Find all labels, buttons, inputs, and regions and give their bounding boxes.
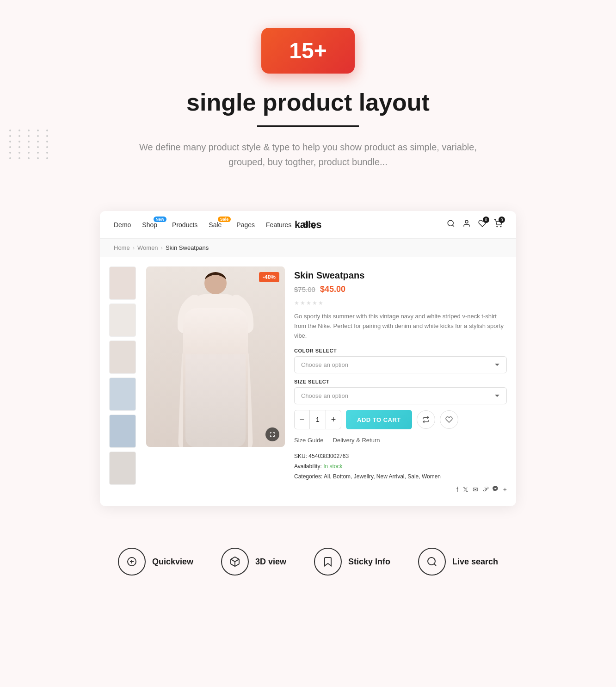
account-icon[interactable] xyxy=(462,219,471,230)
size-select[interactable]: Choose an option xyxy=(294,387,507,404)
cart-icon[interactable]: 0 xyxy=(494,219,502,230)
quantity-control: − + xyxy=(294,410,341,429)
wishlist-button[interactable] xyxy=(440,410,458,429)
product-svg xyxy=(146,266,285,447)
hero-title: single product layout xyxy=(9,88,607,116)
product-count-badge: 15+ xyxy=(261,28,354,74)
3d-view-label: 3D view xyxy=(255,557,286,567)
product-description: Go sporty this summer with this vintage … xyxy=(294,312,507,340)
features-section: Quickview 3D view Sticky Info Live searc… xyxy=(0,534,616,589)
quantity-input[interactable] xyxy=(309,410,326,429)
product-thumbnails xyxy=(109,266,137,497)
thumb-1[interactable] xyxy=(109,266,136,300)
expand-button[interactable] xyxy=(265,427,279,441)
thumb-4[interactable] xyxy=(109,378,136,411)
svg-line-14 xyxy=(434,564,436,566)
breadcrumb: Home › Women › Skin Sweatpans xyxy=(100,239,516,257)
live-search-icon xyxy=(418,548,446,576)
breadcrumb-current: Skin Sweatpans xyxy=(166,244,209,251)
messenger-share[interactable] xyxy=(492,485,499,493)
size-label: SIZE SELECT xyxy=(294,379,507,384)
availability-row: Availability: In stock xyxy=(294,462,507,472)
3d-view-icon xyxy=(221,548,249,576)
thumb-5[interactable] xyxy=(109,415,136,448)
hero-section: 15+ single product layout We define many… xyxy=(0,0,616,211)
wishlist-count: 0 xyxy=(483,217,489,223)
svg-point-2 xyxy=(465,220,468,223)
shop-new-badge: New xyxy=(154,217,167,222)
old-price: $75.00 xyxy=(294,285,315,293)
nav-products[interactable]: Products xyxy=(172,221,197,229)
add-to-cart-button[interactable]: ADD TO CART xyxy=(346,410,412,429)
navigation: Demo Shop New Products Sale Sale Pages F xyxy=(100,211,516,239)
svg-point-4 xyxy=(500,226,501,227)
svg-point-3 xyxy=(497,226,498,227)
breadcrumb-women[interactable]: Women xyxy=(137,244,158,251)
hero-subtitle: We define many product style & type to h… xyxy=(123,140,493,169)
title-underline xyxy=(257,125,359,127)
feature-3d-view: 3D view xyxy=(221,548,286,576)
feature-quickview: Quickview xyxy=(118,548,193,576)
thumb-6[interactable] xyxy=(109,452,136,485)
social-share: f 𝕏 ✉ 𝒫 + xyxy=(294,482,507,493)
nav-links: Demo Shop New Products Sale Sale Pages F xyxy=(114,221,315,229)
thumb-3[interactable] xyxy=(109,340,136,374)
sticky-info-label: Sticky Info xyxy=(348,557,390,567)
nav-demo[interactable]: Demo xyxy=(114,221,131,229)
nav-actions: 0 0 xyxy=(447,219,502,230)
breadcrumb-home[interactable]: Home xyxy=(114,244,130,251)
nav-features[interactable]: Features xyxy=(266,221,291,229)
size-guide-link[interactable]: Size Guide xyxy=(294,437,324,444)
search-icon[interactable] xyxy=(447,219,455,230)
new-price: $45.00 xyxy=(320,285,345,294)
product-main-image: -40% xyxy=(146,266,285,447)
thumb-2[interactable] xyxy=(109,303,136,337)
color-label: COLOR SELECT xyxy=(294,348,507,353)
sticky-info-icon xyxy=(314,548,342,576)
nav-pages[interactable]: Pages xyxy=(236,221,255,229)
svg-point-13 xyxy=(428,557,435,565)
sale-badge: Sale xyxy=(218,217,231,222)
price-row: $75.00 $45.00 xyxy=(294,285,507,294)
size-select-group: SIZE SELECT Choose an option xyxy=(294,379,507,410)
pinterest-share[interactable]: 𝒫 xyxy=(483,485,487,493)
product-links: Size Guide Delivery & Return xyxy=(294,437,507,444)
svg-rect-6 xyxy=(192,347,239,357)
color-select-group: COLOR SELECT Choose an option xyxy=(294,348,507,379)
quickview-icon xyxy=(118,548,146,576)
qty-increase-button[interactable]: + xyxy=(326,410,341,429)
twitter-share[interactable]: 𝕏 xyxy=(463,486,468,493)
cart-count: 0 xyxy=(499,217,505,223)
product-card: Demo Shop New Products Sale Sale Pages F xyxy=(100,211,516,506)
product-figure xyxy=(146,266,285,447)
product-meta: SKU: 4540383002763 Availability: In stoc… xyxy=(294,452,507,482)
quickview-label: Quickview xyxy=(152,557,193,567)
facebook-share[interactable]: f xyxy=(456,486,458,493)
email-share[interactable]: ✉ xyxy=(473,486,478,493)
svg-point-7 xyxy=(191,350,240,368)
product-info: Skin Sweatpans $75.00 $45.00 ★ ★ ★ ★ ★ G… xyxy=(294,266,507,497)
live-search-label: Live search xyxy=(452,557,498,567)
qty-row: − + ADD TO CART xyxy=(294,410,507,429)
svg-line-1 xyxy=(452,225,454,226)
qty-decrease-button[interactable]: − xyxy=(295,410,309,429)
categories-row: Categories: All, Bottom, Jewellry, New A… xyxy=(294,472,507,482)
feature-live-search: Live search xyxy=(418,548,498,576)
delivery-return-link[interactable]: Delivery & Return xyxy=(333,437,380,444)
feature-sticky-info: Sticky Info xyxy=(314,548,390,576)
brand-logo: kalles xyxy=(295,219,321,231)
sku-row: SKU: 4540383002763 xyxy=(294,452,507,462)
star-rating: ★ ★ ★ ★ ★ xyxy=(294,300,507,306)
product-layout: -40% xyxy=(100,257,516,506)
nav-shop[interactable]: Shop New xyxy=(142,221,157,229)
svg-point-0 xyxy=(448,220,453,226)
more-share[interactable]: + xyxy=(503,486,507,493)
color-select[interactable]: Choose an option xyxy=(294,356,507,373)
compare-button[interactable] xyxy=(417,410,435,429)
nav-sale[interactable]: Sale Sale xyxy=(209,221,222,229)
discount-badge: -40% xyxy=(259,272,279,282)
product-name: Skin Sweatpans xyxy=(294,270,507,281)
wishlist-icon[interactable]: 0 xyxy=(478,219,487,230)
